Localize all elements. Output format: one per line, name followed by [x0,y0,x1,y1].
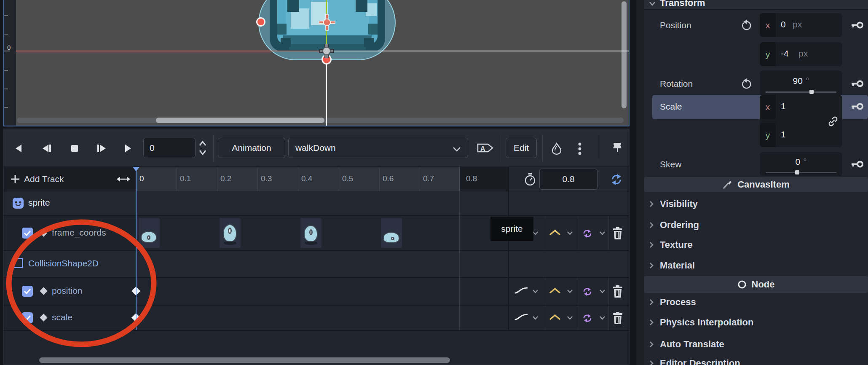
update-mode-chevron-icon[interactable] [532,315,538,320]
category-canvasitem[interactable]: CanvasItem [644,177,868,192]
section-editor-description[interactable]: Editor Description [644,355,868,365]
skew-slider[interactable] [766,172,836,173]
track-enabled-checkbox[interactable] [22,228,33,239]
current-time-value: 0 [150,143,155,153]
delete-track-icon[interactable] [612,312,623,325]
wrap-mode-icon[interactable] [549,287,561,294]
loop-chevron-icon[interactable] [599,289,605,294]
track-node-label: sprite [28,198,50,208]
delete-track-icon[interactable] [612,285,623,298]
more-options-icon[interactable] [578,142,582,155]
track-scale[interactable]: scale [4,306,629,330]
position-x-field[interactable]: x 0 px [760,13,842,37]
keyframe-thumbnail[interactable] [220,218,241,248]
play-from-start-icon[interactable] [96,144,107,153]
update-mode-chevron-icon[interactable] [532,289,538,294]
autoplay-on-load-icon[interactable]: A [477,143,494,153]
key-icon[interactable] [851,160,864,169]
track-frame-coords[interactable]: frame_coords [4,216,629,250]
key-icon[interactable] [851,79,864,89]
onion-skinning-icon[interactable] [551,142,563,155]
chevron-right-icon [649,262,654,269]
position-y-field[interactable]: y -4 px [760,42,842,66]
rotation-slider[interactable] [766,91,836,93]
scale-xy-field[interactable]: x 1 y 1 [760,95,842,147]
track-enabled-checkbox[interactable] [22,286,33,297]
animation-menu-button[interactable]: Animation [218,138,285,158]
inspector-scrollbar[interactable] [636,0,644,365]
viewport-vscrollbar-thumb[interactable] [622,1,627,108]
keyframe-thumbnail[interactable] [381,218,402,248]
viewport-hscrollbar[interactable] [17,118,624,123]
pan-timeline-icon[interactable] [117,175,130,183]
skew-slider-grabber[interactable] [795,170,799,174]
animation-length-field[interactable]: 0.8 [539,169,597,190]
stop-icon[interactable] [70,144,79,153]
current-time-spinbox[interactable]: 0 [143,138,196,158]
loop-mode-icon[interactable] [582,287,594,297]
rotation-field[interactable]: 90 ° [760,70,842,96]
skew-field[interactable]: 0 ° [760,152,842,176]
revert-icon[interactable] [741,78,753,90]
loop-mode-icon[interactable] [582,228,594,239]
section-material[interactable]: Material [644,257,868,274]
category-node[interactable]: Node [644,276,868,293]
track-enabled-checkbox[interactable] [22,312,33,323]
rotation-slider-grabber[interactable] [809,90,814,94]
viewport-hscrollbar-thumb[interactable] [156,118,324,123]
section-process[interactable]: Process [644,294,868,311]
keyframe-thumbnail[interactable] [139,218,160,248]
godot-editor: 0 0 [0,0,868,365]
stopwatch-icon [523,173,537,186]
loop-animation-icon[interactable] [610,173,623,186]
section-texture[interactable]: Texture [644,236,868,253]
section-ordering[interactable]: Ordering [644,217,868,233]
animation-length-value: 0.8 [562,174,574,184]
link-scale-icon[interactable] [826,115,840,128]
play-backwards-from-end-icon[interactable] [41,144,53,153]
ruler-zero-label: 0 [7,44,11,51]
category-canvasitem-label: CanvasItem [737,179,790,190]
delete-track-icon[interactable] [612,227,623,240]
key-icon[interactable] [851,102,864,111]
rotation-label: Rotation [660,79,693,89]
track-node-sprite[interactable]: sprite [4,191,629,215]
wrap-chevron-icon[interactable] [567,289,573,294]
transform-section-header[interactable]: Transform [644,0,868,10]
viewport-2d[interactable]: 0 [3,0,630,126]
check-icon [24,288,31,294]
side-handle[interactable] [256,17,265,27]
loop-mode-icon[interactable] [582,313,594,323]
section-visibility[interactable]: Visibility [644,196,868,212]
section-auto-translate[interactable]: Auto Translate [644,336,868,353]
skew-label: Skew [660,159,681,169]
wrap-chevron-icon[interactable] [567,315,573,320]
section-physics-interpolation[interactable]: Physics Interpolation [644,314,868,331]
track-position[interactable]: position [4,278,629,305]
wrap-mode-icon[interactable] [549,314,561,321]
edit-button[interactable]: Edit [506,138,537,158]
playhead-handle[interactable] [133,167,139,172]
position-y-value: -4 [781,48,789,59]
update-mode-icon[interactable] [514,313,528,321]
play-icon[interactable] [123,144,133,153]
playhead[interactable] [136,168,137,330]
pin-panel-icon[interactable] [611,142,624,156]
move-gizmo-handle[interactable] [319,44,334,58]
wrap-mode-icon[interactable] [549,229,561,236]
track-node-collisionshape2d[interactable]: CollisionShape2D [4,251,629,277]
update-mode-icon[interactable] [514,286,528,295]
add-track-button[interactable]: Add Track [4,167,136,191]
loop-chevron-icon[interactable] [599,231,605,236]
play-backwards-icon[interactable] [14,144,23,153]
revert-icon[interactable] [741,20,753,32]
pivot-cross-handle[interactable] [318,13,336,32]
spinbox-updown-icon[interactable] [198,139,207,157]
key-icon[interactable] [851,21,864,30]
loop-chevron-icon[interactable] [599,315,605,320]
timeline-hscrollbar-thumb[interactable] [39,357,450,363]
keyframe-thumbnail[interactable] [300,218,321,248]
animation-select-dropdown[interactable]: walkDown [288,138,468,158]
node-circle-icon [737,280,747,289]
wrap-chevron-icon[interactable] [567,231,573,236]
